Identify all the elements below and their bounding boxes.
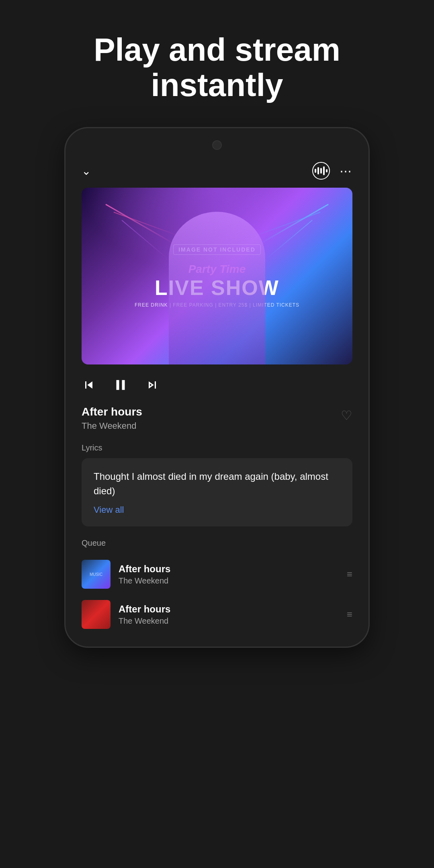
queue-thumb-2 [82, 600, 111, 629]
queue-section: Queue MUSIC After hours The Weekend ≡ Af… [66, 534, 368, 647]
player-header: ⌄ ⋯ [66, 158, 368, 188]
queue-track-artist-1: The Weekend [119, 576, 339, 585]
queue-item: After hours The Weekend ≡ [82, 594, 352, 635]
pause-button[interactable] [112, 377, 129, 393]
person-figure [169, 212, 265, 364]
lyrics-label: Lyrics [82, 443, 352, 452]
lyrics-card: Thought I almost died in my dream again … [82, 458, 352, 526]
queue-track-title-1: After hours [119, 563, 339, 575]
more-options-icon[interactable]: ⋯ [340, 164, 352, 178]
lyrics-section: Lyrics Thought I almost died in my dream… [66, 439, 368, 534]
queue-handle-1[interactable]: ≡ [347, 569, 352, 580]
view-all-link[interactable]: View all [94, 505, 340, 515]
album-art: IMAGE NOT INCLUDED Party Time LIVE SHOW … [82, 188, 352, 364]
queue-track-info-2: After hours The Weekend [119, 604, 339, 626]
like-button[interactable]: ♡ [341, 408, 352, 423]
queue-handle-2[interactable]: ≡ [347, 609, 352, 620]
queue-track-title-2: After hours [119, 604, 339, 615]
playback-controls [66, 364, 368, 401]
lyrics-text: Thought I almost died in my dream again … [94, 469, 340, 498]
next-button[interactable] [145, 378, 160, 392]
hero-title: Play and stream instantly [70, 32, 364, 103]
previous-button[interactable] [82, 378, 96, 392]
camera-notch [212, 140, 222, 150]
queue-label: Queue [82, 538, 352, 548]
track-artist: The Weekend [82, 421, 142, 431]
queue-track-info-1: After hours The Weekend [119, 563, 339, 585]
phone-device: ⌄ ⋯ IMAGE NOT INCLUDED Party Time L [64, 127, 370, 648]
queue-thumb-1: MUSIC [82, 560, 111, 589]
track-title: After hours [82, 405, 142, 418]
equalizer-icon[interactable] [312, 162, 330, 180]
queue-item: MUSIC After hours The Weekend ≡ [82, 554, 352, 594]
chevron-down-icon[interactable]: ⌄ [82, 164, 91, 178]
track-info: After hours The Weekend ♡ [66, 401, 368, 439]
header-right-controls: ⋯ [312, 162, 352, 180]
track-details: After hours The Weekend [82, 405, 142, 431]
queue-track-artist-2: The Weekend [119, 616, 339, 626]
